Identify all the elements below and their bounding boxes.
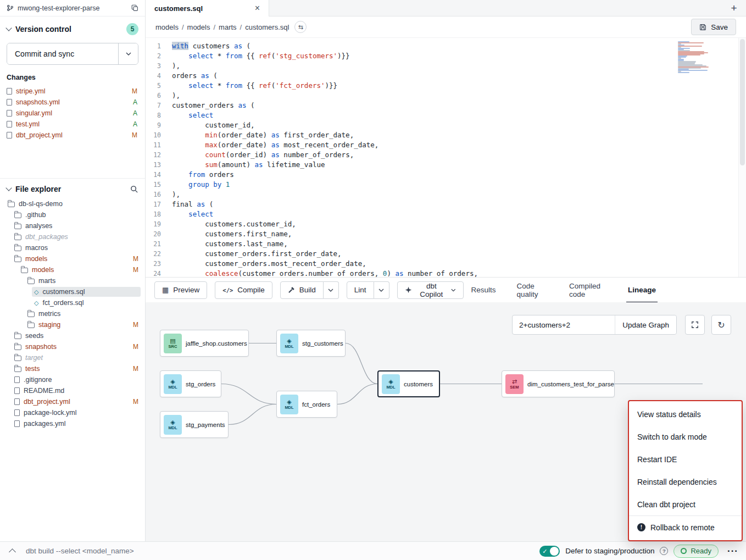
code-line[interactable]: 19 customers.customer_id, [146, 219, 746, 229]
code-line[interactable]: 20 customers.first_name, [146, 229, 746, 239]
menu-item-view-status-details[interactable]: View status details [629, 403, 742, 425]
change-file-row[interactable]: singular.ymlA [7, 108, 138, 119]
file-explorer-header[interactable]: File explorer [0, 179, 145, 195]
tab-customers-sql[interactable]: customers.sql × [146, 0, 269, 16]
tree-item-tests[interactable]: testsM [0, 363, 145, 374]
lineage-selector-input[interactable] [513, 321, 615, 329]
tree-item-target[interactable]: target [0, 352, 145, 363]
commit-and-sync-button[interactable]: Commit and sync [7, 43, 118, 64]
code-line[interactable]: 5 select * from {{ ref('fct_orders')}} [146, 81, 746, 91]
update-graph-button[interactable]: Update Graph [615, 315, 676, 334]
build-options-caret[interactable] [324, 281, 339, 299]
code-line[interactable]: 17final as ( [146, 199, 746, 209]
swap-icon[interactable]: ⇆ [294, 21, 307, 33]
code-line[interactable]: 1with customers as ( [146, 41, 746, 51]
tree-item-README.md[interactable]: README.md [0, 385, 145, 396]
tab-compiled-code[interactable]: Compiled code [569, 278, 607, 303]
tree-item-packages.yml[interactable]: packages.yml [0, 418, 145, 429]
lineage-node-customers[interactable]: ◈MDLcustomers [377, 370, 440, 397]
command-input[interactable]: dbt build --select <model_name> [26, 547, 134, 555]
tree-item-analyses[interactable]: analyses [0, 220, 145, 231]
code-line[interactable]: 10 min(order_date) as first_order_date, [146, 130, 746, 140]
commit-options-caret[interactable] [118, 43, 138, 64]
tree-item-staging[interactable]: stagingM [0, 319, 145, 330]
dbt-copilot-button[interactable]: dbt Copilot [397, 281, 464, 299]
tree-item-package-lock.yml[interactable]: package-lock.yml [0, 407, 145, 418]
tree-item-.gitignore[interactable]: .gitignore [0, 374, 145, 385]
code-line[interactable]: 7customer_orders as ( [146, 101, 746, 110]
lint-button[interactable]: Lint [347, 281, 374, 299]
lineage-node-fct_orders[interactable]: ◈MDLfct_orders [276, 391, 337, 418]
code-line[interactable]: 3), [146, 61, 746, 71]
scrollbar-thumb[interactable] [740, 39, 745, 165]
tab-lineage[interactable]: Lineage [628, 278, 656, 303]
tree-item-models[interactable]: modelsM [0, 264, 145, 275]
refresh-icon[interactable]: ↻ [711, 315, 731, 335]
lineage-node-stg_customers[interactable]: ◈MDLstg_customers [276, 330, 346, 357]
breadcrumb-segment[interactable]: models [155, 23, 179, 31]
breadcrumb-segment[interactable]: marts [219, 23, 237, 31]
change-file-row[interactable]: snapshots.ymlA [7, 97, 138, 108]
tree-item-.github[interactable]: .github [0, 209, 145, 220]
close-icon[interactable]: × [255, 4, 260, 13]
menu-item-switch-to-dark-mode[interactable]: Switch to dark mode [629, 425, 742, 448]
tree-item-snapshots[interactable]: snapshotsM [0, 341, 145, 352]
menu-item-clean-dbt-project[interactable]: Clean dbt project [629, 493, 742, 515]
new-tab-button[interactable]: + [722, 0, 746, 16]
build-button[interactable]: Build [280, 281, 324, 299]
tab-results[interactable]: Results [471, 278, 496, 303]
tree-item-db-sl-qs-demo[interactable]: db-sl-qs-demo [0, 198, 145, 209]
lineage-node-dim_customers_test_for_parse[interactable]: ⇄SEMdim_customers_test_for_parse [502, 370, 615, 397]
tree-item-models[interactable]: modelsM [0, 253, 145, 264]
more-options-button[interactable]: ··· [727, 546, 738, 557]
tree-item-dbt_packages[interactable]: dbt_packages [0, 231, 145, 242]
code-line[interactable]: 8 select [146, 110, 746, 120]
code-line[interactable]: 12 count(order_id) as number_of_orders, [146, 150, 746, 160]
copy-icon[interactable] [131, 4, 138, 12]
code-line[interactable]: 15 group by 1 [146, 180, 746, 190]
lint-options-caret[interactable] [374, 281, 389, 299]
code-line[interactable]: 9 customer_id, [146, 120, 746, 130]
change-file-row[interactable]: dbt_project.ymlM [7, 130, 138, 141]
search-icon[interactable] [130, 185, 138, 193]
tree-item-metrics[interactable]: metrics [0, 308, 145, 319]
code-line[interactable]: 18 select [146, 209, 746, 219]
lineage-node-stg_payments[interactable]: ◈MDLstg_payments [160, 411, 229, 438]
chevron-up-icon[interactable] [9, 548, 16, 556]
code-line[interactable]: 6), [146, 91, 746, 101]
menu-item-rollback-to-remote[interactable]: !Rollback to remote [629, 516, 742, 539]
menu-item-restart-ide[interactable]: Restart IDE [629, 448, 742, 470]
preview-button[interactable]: ▦ Preview [154, 281, 207, 299]
tree-item-marts[interactable]: marts [0, 275, 145, 286]
editor-scrollbar[interactable] [738, 38, 746, 277]
fullscreen-icon[interactable] [685, 315, 705, 335]
tree-item-fct_orders.sql[interactable]: ◇fct_orders.sql [0, 297, 145, 308]
lineage-node-jaffle_shop.customers[interactable]: ▤SRCjaffle_shop.customers [160, 330, 249, 357]
lineage-node-stg_orders[interactable]: ◈MDLstg_orders [160, 370, 221, 397]
code-line[interactable]: 16), [146, 190, 746, 199]
code-editor[interactable]: 1with customers as (2 select * from {{ r… [146, 37, 746, 277]
code-line[interactable]: 2 select * from {{ ref('stg_customers')}… [146, 51, 746, 61]
tree-item-seeds[interactable]: seeds [0, 330, 145, 341]
tree-item-macros[interactable]: macros [0, 242, 145, 253]
help-icon[interactable]: ? [660, 547, 668, 555]
change-file-row[interactable]: stripe.ymlM [7, 86, 138, 97]
compile-button[interactable]: </> Compile [215, 281, 272, 299]
code-line[interactable]: 23 customer_orders.most_recent_order_dat… [146, 259, 746, 269]
menu-item-reinstall-dependencies[interactable]: Reinstall dependencies [629, 470, 742, 493]
tree-item-customers.sql[interactable]: ◇customers.sql [0, 286, 145, 297]
code-line[interactable]: 22 customer_orders.first_order_date, [146, 249, 746, 259]
code-line[interactable]: 11 max(order_date) as most_recent_order_… [146, 140, 746, 150]
code-line[interactable]: 24 coalesce(customer_orders.number_of_or… [146, 269, 746, 277]
change-file-row[interactable]: test.ymlA [7, 119, 138, 130]
breadcrumb-segment[interactable]: customers.sql [245, 23, 289, 31]
tree-item-dbt_project.yml[interactable]: dbt_project.ymlM [0, 396, 145, 407]
save-button[interactable]: Save [691, 19, 736, 35]
version-control-header[interactable]: Version control 5 [7, 21, 138, 37]
code-line[interactable]: 4orders as ( [146, 71, 746, 81]
code-line[interactable]: 13 sum(amount) as lifetime_value [146, 160, 746, 170]
tab-code-quality[interactable]: Code quality [517, 278, 548, 303]
code-line[interactable]: 14 from orders [146, 170, 746, 180]
defer-toggle[interactable]: ✓ [539, 546, 560, 557]
breadcrumb-segment[interactable]: models [187, 23, 210, 31]
